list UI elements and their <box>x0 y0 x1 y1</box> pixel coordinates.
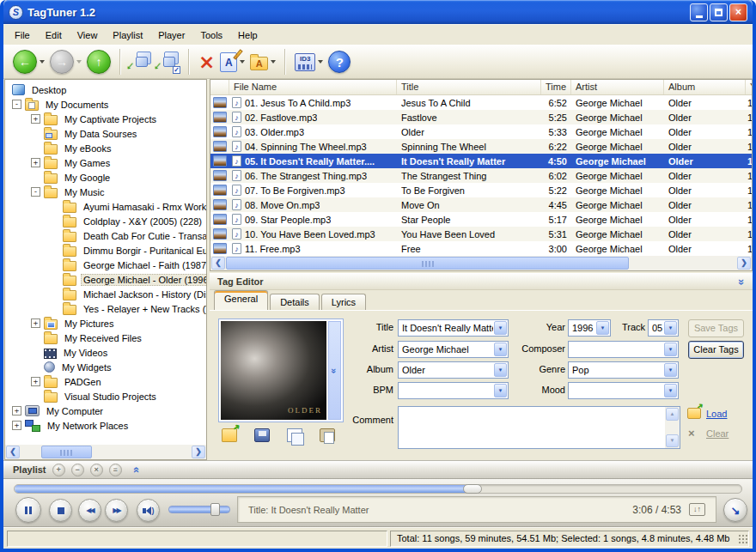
menu-item-playlist[interactable]: Playlist <box>105 26 150 44</box>
menu-item-help[interactable]: Help <box>230 26 265 44</box>
title-combo[interactable]: It Doesn't Really Matte▼ <box>398 319 509 337</box>
tree-item[interactable]: +My Captivate Projects <box>5 112 206 126</box>
forward-button[interactable]: → <box>47 50 84 74</box>
tree-item[interactable]: My Videos <box>5 345 206 360</box>
art-load-icon[interactable] <box>222 428 237 442</box>
tree-item[interactable]: +My Games <box>5 155 206 170</box>
clear-tags-button[interactable]: Clear Tags <box>688 341 744 359</box>
resize-grip[interactable] <box>737 533 747 543</box>
menu-item-tools[interactable]: Tools <box>192 26 230 44</box>
column-header-Y[interactable]: Y <box>746 80 753 94</box>
scroll-left-icon[interactable]: ❮ <box>211 257 225 270</box>
tree-expander[interactable]: - <box>12 100 21 109</box>
tree-item[interactable]: Michael Jackson - History (Disc <box>5 287 206 301</box>
column-header-icons[interactable] <box>210 80 229 94</box>
column-header-File Name[interactable]: File Name <box>229 80 397 94</box>
volume-slider[interactable] <box>168 506 230 513</box>
rename-folder-button[interactable]: A <box>247 53 278 70</box>
chevron-down-icon[interactable]: ▼ <box>664 384 677 397</box>
tree-item[interactable]: Visual Studio Projects <box>5 389 206 403</box>
clear-art-icon[interactable]: × <box>688 428 702 439</box>
scroll-thumb[interactable] <box>41 446 92 458</box>
bpm-combo[interactable]: ▼ <box>398 382 509 399</box>
rewind-button[interactable]: ◀◀ <box>78 499 101 522</box>
tree-expander[interactable]: + <box>31 318 40 328</box>
pause-button[interactable] <box>15 497 41 523</box>
close-button[interactable]: × <box>729 3 747 21</box>
load-art-link[interactable]: Load <box>706 409 727 419</box>
table-row[interactable]: ♪06. The Strangest Thing.mp3The Stranges… <box>210 168 752 183</box>
player-menu-button[interactable]: ↘ <box>723 498 747 522</box>
scroll-up-icon[interactable]: ▲ <box>666 408 679 421</box>
help-button[interactable]: ? <box>326 51 353 73</box>
table-row[interactable]: ♪02. Fastlove.mp3Fastlove5:25George Mich… <box>210 110 752 124</box>
save-tags-button[interactable]: Save Tags <box>688 319 744 337</box>
table-row[interactable]: ♪04. Spinning The Wheel.mp3Spinning The … <box>210 139 752 154</box>
mood-combo[interactable]: ▼ <box>568 382 679 399</box>
scroll-down-icon[interactable]: ▼ <box>666 434 679 447</box>
save-tags-button[interactable]: ↓ <box>127 51 155 73</box>
loop-icon[interactable]: ↓↑ <box>689 503 705 516</box>
composer-combo[interactable]: ▼ <box>568 341 679 358</box>
menu-item-edit[interactable]: Edit <box>38 26 70 44</box>
load-art-icon[interactable] <box>687 408 701 419</box>
tree-item[interactable]: +My Pictures <box>5 316 206 331</box>
tree-expander[interactable]: + <box>31 377 40 386</box>
tree-item[interactable]: My eBooks <box>5 141 206 155</box>
tree-expander[interactable]: + <box>31 114 40 124</box>
tree-item[interactable]: +PADGen <box>5 374 206 389</box>
artist-combo[interactable]: George Michael▼ <box>398 341 509 358</box>
tree-item[interactable]: Death Cab For Cutie - Transatla <box>5 228 206 243</box>
tree-item[interactable]: +My Network Places <box>5 418 206 433</box>
list-horizontal-scrollbar[interactable]: ❮ ❯ <box>210 256 752 270</box>
minimize-button[interactable] <box>690 3 708 21</box>
tree-horizontal-scrollbar[interactable]: ❮ ❯ <box>5 445 206 459</box>
tree-item[interactable]: My Widgets <box>5 360 206 374</box>
table-row[interactable]: ♪10. You Have Been Loved.mp3You Have Bee… <box>210 227 752 241</box>
tree-item[interactable]: Yes - Relayer + New Tracks () ( <box>5 301 206 316</box>
album-combo[interactable]: Older▼ <box>398 361 509 379</box>
scroll-left-icon[interactable]: ❮ <box>6 446 20 458</box>
playlist-add-icon[interactable]: + <box>52 464 65 476</box>
id3-convert-button[interactable]: ID3 <box>292 53 326 71</box>
tree-item[interactable]: Coldplay - X&Y (2005) (228) <box>5 214 206 228</box>
table-row[interactable]: ♪01. Jesus To A Child.mp3Jesus To A Chil… <box>210 95 752 110</box>
rename-file-button[interactable]: A <box>217 52 247 72</box>
menu-item-view[interactable]: View <box>70 26 106 44</box>
tree-item[interactable]: Dimmu Borgir - Puritanical Euph <box>5 243 206 258</box>
menu-item-file[interactable]: File <box>7 26 38 44</box>
clear-art-link[interactable]: Clear <box>706 428 729 439</box>
column-header-Artist[interactable]: Artist <box>571 80 664 94</box>
volume-button[interactable]: ) <box>137 499 160 522</box>
scroll-right-icon[interactable]: ❯ <box>737 257 751 270</box>
tree-item[interactable]: My Google <box>5 170 206 185</box>
collapse-panel-icon[interactable]: » <box>735 278 748 284</box>
collapse-playlist-icon[interactable]: » <box>129 466 142 472</box>
table-row[interactable]: ♪11. Free.mp3Free3:00George MichaelOlder… <box>210 241 752 256</box>
up-button[interactable]: ↑ <box>84 50 113 74</box>
chevron-down-icon[interactable]: ▼ <box>664 343 677 356</box>
tree-expander[interactable]: + <box>31 158 40 167</box>
playlist-list-icon[interactable]: ≡ <box>109 464 122 476</box>
tree-item[interactable]: My Received Files <box>5 331 206 345</box>
table-row[interactable]: ♪09. Star People.mp3Star People5:17Georg… <box>210 212 752 227</box>
tree-item[interactable]: George Michael - Older (1996) ( <box>5 272 206 287</box>
art-copy-icon[interactable] <box>287 428 302 442</box>
tree-item[interactable]: +My Computer <box>5 403 206 418</box>
chevron-down-icon[interactable]: ▼ <box>664 363 677 377</box>
track-combo[interactable]: 05▼ <box>648 319 679 337</box>
save-all-tags-button[interactable]: ↓✓ <box>155 51 182 73</box>
column-header-Time[interactable]: Time <box>541 80 571 94</box>
tree-item[interactable]: -My Documents <box>5 97 206 112</box>
tree-expander[interactable]: + <box>12 406 21 416</box>
scroll-right-icon[interactable]: ❯ <box>192 446 205 458</box>
table-row[interactable]: ♪07. To Be Forgiven.mp3To Be Forgiven5:2… <box>210 183 752 197</box>
column-header-Album[interactable]: Album <box>664 80 746 94</box>
maximize-button[interactable] <box>710 3 728 21</box>
column-header-Title[interactable]: Title <box>397 80 541 94</box>
delete-button[interactable]: × <box>196 52 217 71</box>
tree-item[interactable]: Ayumi Hamasaki - Rmx Works F <box>5 199 206 214</box>
stop-button[interactable] <box>49 499 72 522</box>
volume-handle[interactable] <box>210 503 220 516</box>
tree-item[interactable]: -My Music <box>5 185 206 199</box>
